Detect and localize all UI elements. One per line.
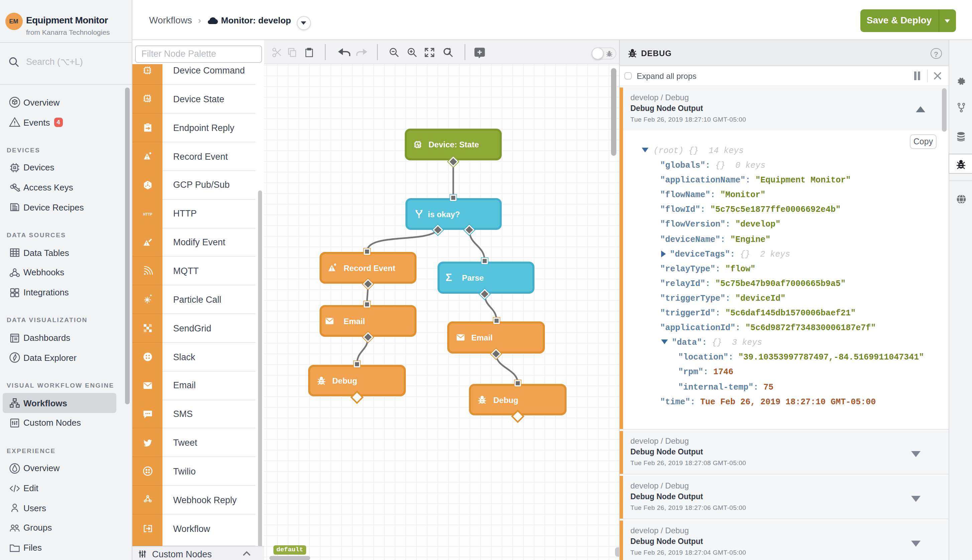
svg-text:Debug: Debug [494,396,519,405]
svg-text:Debug: Debug [332,376,357,385]
svg-text:Record Event: Record Event [343,263,395,273]
svg-text:Parse: Parse [462,273,483,282]
svg-text:Device: State: Device: State [428,140,479,149]
svg-text:HTTP: HTTP [143,212,152,216]
svg-text:Σ: Σ [445,271,452,283]
svg-text:is okay?: is okay? [428,210,460,219]
svg-text:Email: Email [343,317,365,326]
svg-text:Email: Email [471,333,493,342]
